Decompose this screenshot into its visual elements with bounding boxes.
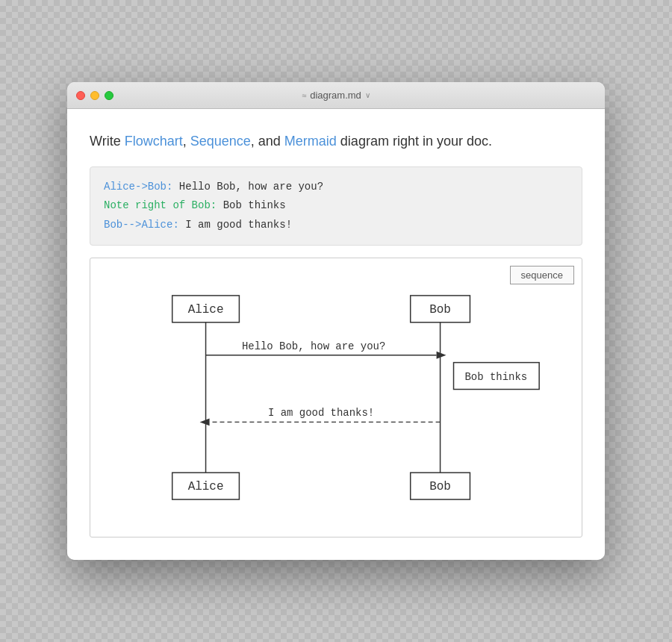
code-line-2: Note right of Bob: Bob thinks — [104, 196, 568, 215]
intro-comma1: , — [183, 134, 190, 149]
app-window: ≈ diagram.md ∨ Write Flowchart, Sequence… — [67, 82, 605, 560]
titlebar: ≈ diagram.md ∨ — [67, 82, 605, 109]
chevron-down-icon[interactable]: ∨ — [365, 91, 370, 99]
diagram-container: sequence Alice Bob Hello Bob, how are yo… — [90, 258, 582, 537]
bob-top-label: Bob — [429, 303, 451, 317]
intro-paragraph: Write Flowchart, Sequence, and Mermaid d… — [90, 131, 582, 152]
svg-marker-5 — [437, 351, 447, 358]
intro-and: , and — [251, 134, 284, 149]
title-label: diagram.md — [310, 90, 361, 101]
code-line-1: Alice->Bob: Hello Bob, how are you? — [104, 178, 568, 196]
intro-suffix: diagram right in your doc. — [337, 134, 492, 149]
bob-bottom-label: Bob — [429, 480, 451, 493]
message2-label: I am good thanks! — [268, 407, 374, 419]
message1-label: Hello Bob, how are you? — [242, 340, 385, 352]
traffic-lights — [76, 91, 113, 100]
code-note-keyword: Note right of Bob: — [104, 199, 223, 211]
sequence-diagram: Alice Bob Hello Bob, how are you? Bob th… — [90, 258, 582, 534]
svg-marker-8 — [200, 418, 210, 426]
bob-thinks-note: Bob thinks — [465, 370, 528, 382]
alice-top-label: Alice — [188, 303, 224, 317]
alice-bottom-label: Alice — [188, 480, 224, 493]
sequence-link[interactable]: Sequence — [190, 134, 251, 149]
code-alice-bob-label: Alice->Bob: — [104, 181, 179, 193]
code-block: Alice->Bob: Hello Bob, how are you? Note… — [90, 166, 582, 246]
main-content: Write Flowchart, Sequence, and Mermaid d… — [67, 109, 605, 560]
window-title: ≈ diagram.md ∨ — [302, 90, 370, 101]
code-line1-text: Hello Bob, how are you? — [179, 181, 323, 193]
code-bob-alice-label: Bob-->Alice: — [104, 219, 185, 231]
intro-text-prefix: Write — [90, 134, 125, 149]
code-line-3: Bob-->Alice: I am good thanks! — [104, 216, 568, 234]
sequence-label: sequence — [510, 266, 574, 284]
maximize-button[interactable] — [105, 91, 113, 100]
close-button[interactable] — [76, 91, 85, 100]
flowchart-link[interactable]: Flowchart — [125, 134, 183, 149]
code-line2-text: Bob thinks — [223, 199, 286, 211]
minimize-button[interactable] — [90, 91, 99, 100]
mermaid-link[interactable]: Mermaid — [284, 134, 337, 149]
code-line3-text: I am good thanks! — [185, 219, 292, 231]
file-icon: ≈ — [302, 91, 306, 100]
